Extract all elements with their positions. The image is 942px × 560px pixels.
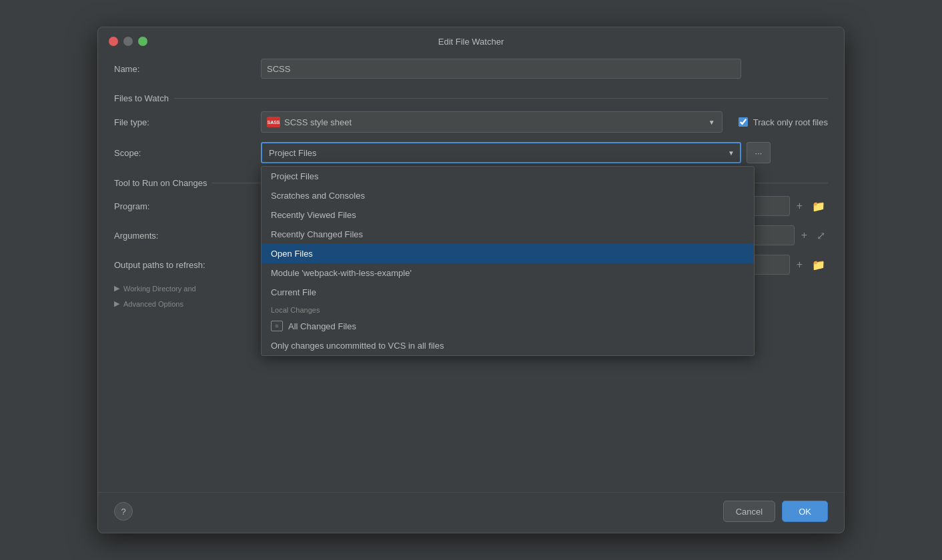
filetype-row: File type: SASS SCSS style sheet ▼ Track… bbox=[114, 111, 828, 133]
name-row: Name: bbox=[114, 59, 828, 79]
output-paths-label: Output paths to refresh: bbox=[114, 260, 261, 270]
name-control-area bbox=[261, 59, 828, 79]
filetype-arrow-icon: ▼ bbox=[709, 119, 715, 126]
edit-file-watcher-dialog: Edit File Watcher Name: Files to Watch F… bbox=[97, 27, 845, 533]
filetype-value: SCSS style sheet bbox=[284, 117, 352, 127]
files-to-watch-section: Files to Watch bbox=[114, 93, 828, 103]
dropdown-item-recently-changed[interactable]: Recently Changed Files bbox=[262, 225, 754, 244]
dropdown-item-label: Project Files bbox=[271, 171, 319, 181]
track-only-root-label: Track only root files bbox=[753, 117, 828, 127]
dropdown-item-label: Open Files bbox=[271, 249, 313, 259]
track-only-root-area: Track only root files bbox=[739, 117, 828, 127]
titlebar: Edit File Watcher bbox=[98, 27, 844, 53]
all-changed-icon: ≡ bbox=[271, 321, 283, 331]
arguments-label: Arguments: bbox=[114, 231, 261, 241]
program-folder-button[interactable]: 📁 bbox=[809, 199, 828, 214]
scope-dropdown: Project Files Scratches and Consoles Rec… bbox=[261, 166, 755, 356]
scope-select[interactable]: Project Files bbox=[261, 142, 741, 163]
maximize-button[interactable] bbox=[138, 37, 147, 46]
filetype-control-area: SASS SCSS style sheet ▼ Track only root … bbox=[261, 111, 828, 133]
dropdown-item-project-files[interactable]: Project Files bbox=[262, 167, 754, 186]
advanced-options-expand-button[interactable]: ▶ Advanced Options bbox=[114, 299, 183, 308]
dropdown-item-label: Module 'webpack-with-less-example' bbox=[271, 268, 412, 278]
filetype-select[interactable]: SASS SCSS style sheet ▼ bbox=[261, 111, 723, 133]
name-input[interactable] bbox=[261, 59, 741, 79]
dropdown-item-all-changed[interactable]: ≡ All Changed Files bbox=[262, 316, 754, 336]
output-paths-folder-button[interactable]: 📁 bbox=[809, 257, 828, 273]
traffic-lights bbox=[109, 37, 147, 46]
dialog-body: Name: Files to Watch File type: SASS SCS… bbox=[98, 53, 844, 492]
output-paths-add-button[interactable]: + bbox=[794, 257, 805, 272]
scope-label: Scope: bbox=[114, 148, 261, 158]
dropdown-item-label: Only changes uncommitted to VCS in all f… bbox=[271, 341, 444, 351]
scope-select-wrapper: Project Files ▼ bbox=[261, 142, 741, 163]
minimize-button[interactable] bbox=[123, 37, 133, 46]
dropdown-item-uncommitted[interactable]: Only changes uncommitted to VCS in all f… bbox=[262, 336, 754, 355]
close-button[interactable] bbox=[109, 37, 118, 46]
working-dir-expand-button[interactable]: ▶ Working Directory and bbox=[114, 284, 196, 293]
dropdown-item-module[interactable]: Module 'webpack-with-less-example' bbox=[262, 263, 754, 283]
name-label: Name: bbox=[114, 64, 261, 74]
dropdown-item-label: Scratches and Consoles bbox=[271, 191, 365, 201]
dropdown-item-current-file[interactable]: Current File bbox=[262, 283, 754, 302]
scope-row: Scope: Project Files ▼ ··· Project Files… bbox=[114, 142, 828, 163]
expand-arrow-icon: ▶ bbox=[114, 299, 119, 308]
scope-control-area: Project Files ▼ ··· bbox=[261, 142, 828, 163]
expand-arrow-icon: ▶ bbox=[114, 284, 119, 293]
dialog-title: Edit File Watcher bbox=[438, 37, 504, 47]
dropdown-section-local-changes: Local Changes bbox=[262, 302, 754, 316]
help-button[interactable]: ? bbox=[114, 502, 133, 521]
ok-button[interactable]: OK bbox=[782, 501, 828, 522]
program-add-button[interactable]: + bbox=[794, 199, 805, 213]
filetype-label: File type: bbox=[114, 117, 261, 127]
cancel-button[interactable]: Cancel bbox=[723, 501, 775, 522]
dropdown-item-recently-viewed[interactable]: Recently Viewed Files bbox=[262, 205, 754, 225]
working-dir-label: Working Directory and bbox=[123, 285, 196, 293]
dropdown-item-scratches[interactable]: Scratches and Consoles bbox=[262, 186, 754, 205]
arguments-expand-button[interactable]: ⤢ bbox=[814, 228, 828, 243]
dropdown-item-label: All Changed Files bbox=[288, 321, 356, 331]
program-label: Program: bbox=[114, 201, 261, 211]
advanced-options-label: Advanced Options bbox=[123, 300, 183, 308]
dropdown-item-label: Current File bbox=[271, 287, 316, 297]
sass-icon: SASS bbox=[267, 117, 280, 127]
scope-edit-button[interactable]: ··· bbox=[747, 142, 771, 163]
dropdown-item-label: Recently Viewed Files bbox=[271, 210, 356, 220]
dropdown-item-open-files[interactable]: Open Files bbox=[262, 244, 754, 263]
scope-value: Project Files bbox=[269, 148, 317, 158]
arguments-add-button[interactable]: + bbox=[799, 228, 810, 243]
dialog-footer: ? Cancel OK bbox=[98, 492, 844, 533]
track-only-root-checkbox[interactable] bbox=[739, 117, 748, 127]
dropdown-item-label: Recently Changed Files bbox=[271, 229, 363, 239]
